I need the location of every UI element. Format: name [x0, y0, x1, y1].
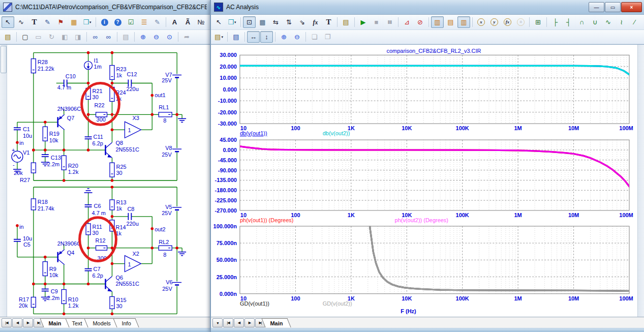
zoom-out-button[interactable]: ⊖	[150, 31, 163, 43]
schematic-label[interactable]: 10u	[23, 133, 32, 139]
schematic-label[interactable]: in	[19, 140, 24, 146]
next-page-button[interactable]: ▶	[23, 318, 33, 327]
schematic-label[interactable]: 2N5551C	[115, 281, 139, 287]
schematic-label[interactable]: 10u	[23, 235, 32, 242]
text-tool[interactable]: T	[28, 16, 41, 28]
shapes-tool[interactable]: ❒▾	[226, 16, 238, 28]
node-numbers-toggle[interactable]: №	[195, 16, 207, 28]
schematic-label[interactable]: Q8	[115, 140, 123, 146]
auto-scale-y-button[interactable]: ↕	[260, 31, 273, 43]
schematic-label[interactable]: C1	[23, 126, 30, 132]
schematic-label[interactable]: RL2	[159, 239, 169, 245]
minimize-button[interactable]: —	[589, 2, 604, 12]
schematic-label[interactable]: 2N3906C	[57, 240, 81, 247]
wire-mode-tool[interactable]: ∿	[15, 16, 27, 28]
schematic-label[interactable]: 25V	[162, 77, 172, 83]
schematic-label[interactable]: 220u	[126, 86, 138, 92]
schematic-label[interactable]: Q7	[67, 115, 75, 121]
schematic-label[interactable]: 2N5551C	[115, 146, 139, 153]
shapes-tool[interactable]: ❒▾	[81, 16, 94, 28]
schematic-label[interactable]: C12	[127, 71, 137, 77]
schematic-label[interactable]: R11	[93, 224, 102, 230]
schematic-label[interactable]: R28	[38, 59, 48, 65]
schematic-canvas[interactable]: R2821.22kC104.7 mI11mR2130R22300R231kC12…	[7, 45, 210, 320]
maximize-button[interactable]: ▭	[605, 2, 621, 12]
schematic-label[interactable]: V5	[165, 204, 172, 210]
close-button[interactable]: ×	[621, 2, 642, 12]
attribute-text-toggle[interactable]: A	[168, 16, 181, 28]
scale-y-tag-button[interactable]: ⇅	[283, 16, 295, 28]
goto-x-button[interactable]: x	[475, 16, 487, 28]
plot-right-scrollbar[interactable]	[637, 45, 644, 317]
schematic-label[interactable]: C11	[94, 134, 103, 140]
first-page-button[interactable]: |◀	[223, 318, 233, 327]
legend-GD(v(out2))[interactable]: GD(v(out2))	[323, 300, 352, 307]
select-tool[interactable]: ↖	[212, 16, 225, 28]
text-tool[interactable]: T	[322, 16, 335, 28]
schematic-label[interactable]: 30	[93, 94, 99, 100]
tab-main[interactable]: Main	[261, 318, 291, 327]
schematic-label[interactable]: R18	[38, 199, 48, 205]
select-region-button[interactable]: ▢	[19, 31, 32, 43]
zoom-select-button[interactable]: ⊡	[243, 16, 256, 28]
info-button[interactable]: i	[98, 16, 111, 28]
tab-main[interactable]: Main	[40, 318, 69, 327]
schematic-label[interactable]: 1m	[94, 64, 102, 70]
paste-combo-button[interactable]: ▤▾	[212, 31, 225, 43]
schematic-label[interactable]: V6	[166, 279, 172, 285]
schematic-label[interactable]: R14	[115, 224, 126, 230]
schematic-label[interactable]: 1.2k	[68, 303, 79, 309]
waveform-list-dropdown[interactable]: ▼	[212, 318, 223, 327]
schematic-label[interactable]: R15	[116, 297, 126, 303]
zoom-out-button[interactable]: ⊖	[291, 31, 303, 43]
model-check-button[interactable]: ☑	[125, 16, 137, 28]
schematic-label[interactable]: R25	[116, 164, 126, 170]
data-points-toggle[interactable]: ⊿	[401, 16, 413, 28]
find-button[interactable]: ∞	[89, 31, 102, 43]
schematic-label[interactable]: 21.22k	[38, 66, 54, 72]
cursor-peak-button[interactable]: ∩	[575, 16, 588, 28]
zoom-in-button[interactable]: ⊕	[278, 31, 290, 43]
analysis-plot-area[interactable]: 30.00020.00010.0000.000-10.000-20.000-30…	[211, 45, 637, 320]
prev-page-button[interactable]: ◀	[234, 318, 244, 327]
schematic-label[interactable]: 20k	[19, 303, 28, 309]
properties-button[interactable]: ▤	[340, 16, 352, 28]
schematic-label[interactable]: -	[13, 162, 15, 168]
schematic-label[interactable]: R19	[49, 131, 59, 137]
schematic-label[interactable]: I1	[94, 57, 99, 64]
schematic-label[interactable]: R27	[20, 177, 30, 183]
zoom-100-button[interactable]: ⊙	[163, 31, 176, 43]
grid-text-toggle[interactable]: Ã	[181, 16, 194, 28]
flag-tool[interactable]: ⚑	[54, 16, 67, 28]
stripe-vertical2-toggle[interactable]: ▥	[457, 16, 470, 28]
stripe-horizontal-toggle[interactable]: ▤	[444, 16, 457, 28]
point-tag-button[interactable]: ⇘	[296, 16, 309, 28]
scale-x-tag-button[interactable]: ⇆	[269, 16, 282, 28]
schematic-label[interactable]: 30	[116, 303, 122, 309]
ac-titlebar[interactable]: ∿ AC Analysis —▭×	[211, 0, 644, 15]
schematic-label[interactable]: 6.2p	[93, 140, 103, 146]
next-page-button[interactable]: ▶	[244, 318, 255, 327]
schematic-label[interactable]: 1k	[116, 72, 122, 78]
legend-GD(v(out1))[interactable]: GD(v(out1))	[240, 300, 269, 307]
tab-info[interactable]: Info	[113, 318, 139, 327]
schematic-label[interactable]: R22	[95, 102, 105, 108]
cursor-slope-button[interactable]: ∕	[628, 16, 641, 28]
run-button[interactable]: ▶	[357, 16, 370, 28]
schematic-label[interactable]: R9	[49, 266, 56, 272]
zoom-in-button[interactable]: ⊕	[137, 31, 149, 43]
schematic-label[interactable]: 25V	[162, 152, 172, 158]
schematic-label[interactable]: out2	[155, 226, 165, 232]
schematic-label[interactable]: 8	[163, 252, 166, 258]
schematic-label[interactable]: 1k	[116, 205, 122, 212]
schematic-label[interactable]: R17	[19, 296, 29, 303]
legend-db(v(out2))[interactable]: db(v(out2))	[323, 130, 350, 136]
auto-scale-x-button[interactable]: ↔	[247, 31, 260, 43]
schematic-label[interactable]: 25V	[162, 210, 172, 216]
stripe-vertical-toggle[interactable]: ▥	[431, 16, 444, 28]
stepping-list-button[interactable]: ☰	[138, 16, 150, 28]
numeric-output-button[interactable]: ⊞	[532, 16, 544, 28]
schematic-label[interactable]: Q4	[67, 250, 75, 256]
format-button[interactable]: ▤	[230, 31, 242, 43]
schematic-label[interactable]: in	[19, 224, 24, 230]
